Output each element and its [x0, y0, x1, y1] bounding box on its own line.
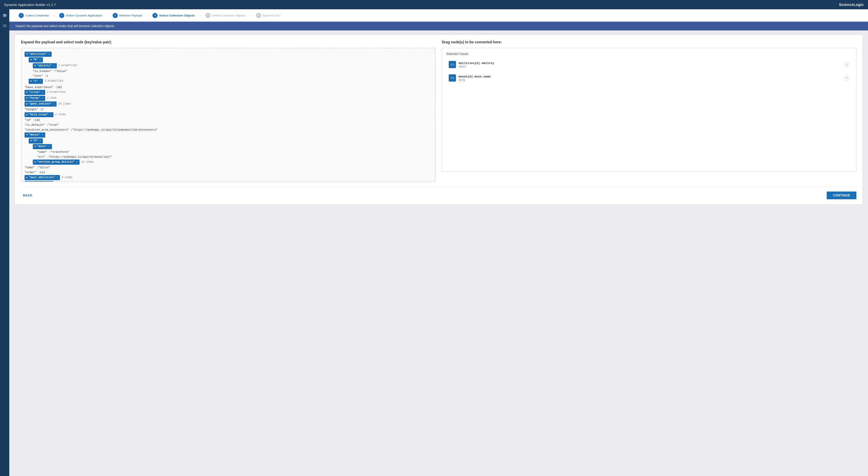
game-indices-items: 20 items: [58, 102, 71, 105]
banner-text: Inspect the payload and select nodes tha…: [16, 24, 114, 28]
step-select-collection-objects[interactable]: ✓ Select Collection Objects: [148, 9, 199, 22]
ability-label: "ability" :: [37, 64, 55, 68]
cries-label: "cries" :: [29, 90, 43, 95]
right-panel: Drag node(s) to be converted here: Selec…: [442, 40, 857, 182]
continue-button[interactable]: CONTINUE: [827, 192, 857, 199]
step-sep-4: ›: [199, 13, 201, 18]
abilities-1-badge[interactable]: ▶ "1" :: [29, 79, 43, 84]
moves-badge[interactable]: ▼ "moves" :: [25, 132, 45, 138]
past-abilities-node[interactable]: ▶ "past_abilities" : 0 items: [25, 175, 432, 181]
card-layout: Expand the payload and select node (key/…: [21, 40, 857, 182]
held-items-node[interactable]: ▶ "held_items" : 2 items: [25, 112, 432, 118]
move-badge[interactable]: ▼ "move" :: [33, 144, 52, 149]
item-icon-1: [449, 74, 456, 81]
item-path-0: abilities[0].ability: [459, 62, 842, 65]
past-types-label: "past_types" :: [29, 181, 52, 182]
slot-text: "slot" :1: [33, 74, 48, 77]
item-path-1: moves[0].move.name: [459, 75, 842, 78]
moves-node[interactable]: ▼ "moves" :: [25, 132, 432, 138]
ability-badge[interactable]: ▶ "ability" :: [33, 63, 57, 68]
abilities-node[interactable]: ▼ "abilities" :: [25, 52, 432, 57]
forms-items: 1 item: [47, 97, 56, 99]
version-group-arrow: ▶: [35, 160, 36, 164]
move-label: "move" :: [37, 144, 50, 149]
forms-node[interactable]: ▶ "forms" : 1 item: [25, 96, 432, 101]
json-tree-container[interactable]: ▼ "abilities" : ▼ "0" :: [21, 48, 436, 182]
step-collect-credential[interactable]: ✓ Collect Credential: [14, 9, 53, 22]
topbar: Dynamic Application Builder v1.1.7 Scien…: [0, 0, 868, 9]
selected-item-1: moves[0].move.name string ×: [446, 72, 852, 83]
back-button[interactable]: BACK: [21, 192, 35, 199]
item-info-1: moves[0].move.name string: [459, 75, 842, 81]
past-abilities-badge[interactable]: ▶ "past_abilities" :: [25, 175, 60, 180]
step-define-dynamic-application[interactable]: ✓ Define Dynamic Application: [55, 9, 106, 22]
step-circle-select-collection-objects: ✓: [152, 13, 158, 18]
abilities-0-node[interactable]: ▼ "0" :: [25, 57, 432, 63]
height-node: "height" :3: [25, 107, 432, 112]
version-group-label: "version_group_details" :: [37, 160, 78, 164]
list-menu-icon[interactable]: [2, 23, 8, 29]
moves-0-badge[interactable]: ▼ "0" :: [29, 138, 43, 143]
order-node: "order" :214: [25, 170, 432, 175]
item-close-1[interactable]: ×: [844, 75, 849, 80]
abilities-1-node[interactable]: ▶ "1" : 3 properties: [25, 78, 432, 84]
moves-0-node[interactable]: ▼ "0" :: [25, 138, 432, 144]
item-info-0: abilities[0].ability object: [459, 62, 842, 68]
move-url-text: "url" :"https://pokeapi.co/api/v2/move/1…: [37, 156, 112, 159]
moves-arrow: ▼: [26, 133, 28, 137]
version-group-node[interactable]: ▶ "version_group_details" : 22 items: [25, 160, 432, 166]
selected-item-0: abilities[0].ability object ×: [446, 59, 852, 70]
version-group-badge[interactable]: ▶ "version_group_details" :: [33, 160, 80, 165]
past-types-badge[interactable]: ▶ "past_types" :: [25, 181, 54, 182]
past-abilities-label: "past_abilities" :: [29, 175, 58, 180]
held-items-arrow: ▶: [26, 113, 28, 117]
item-close-0[interactable]: ×: [844, 62, 849, 67]
abilities-label: "abilities" :: [29, 52, 50, 57]
step-label-define-dynamic-application: Define Dynamic Application: [66, 14, 102, 17]
forms-badge[interactable]: ▶ "forms" :: [25, 96, 45, 101]
step-retrieve-payload[interactable]: ✓ Retrieve Payload: [108, 9, 146, 22]
left-panel: Expand the payload and select node (key/…: [21, 40, 436, 182]
game-indices-badge[interactable]: ▶ "game_indices" :: [25, 101, 57, 107]
item-type-0: object: [459, 65, 842, 68]
step-label-define-collection-objects: Define Collection Objects: [212, 14, 245, 17]
name-text: "name" :"ditto": [25, 166, 50, 169]
step-export-to-sl1: ● Export to SL1: [252, 9, 285, 22]
past-types-node[interactable]: ▶ "past_types" : 0 items: [25, 181, 432, 182]
held-items-items: 2 items: [55, 113, 66, 116]
game-indices-node[interactable]: ▶ "game_indices" : 20 items: [25, 101, 432, 107]
footer-buttons: BACK CONTINUE: [21, 187, 857, 199]
cries-arrow: ▶: [26, 90, 28, 94]
game-indices-label: "game_indices" :: [29, 102, 55, 106]
step-sep-2: ›: [106, 13, 108, 18]
step-sep-5: ›: [250, 13, 252, 18]
step-label-retrieve-payload: Retrieve Payload: [119, 14, 142, 17]
cries-badge[interactable]: ▶ "cries" :: [25, 90, 45, 95]
held-items-badge[interactable]: ▶ "held_items" :: [25, 112, 54, 117]
selected-values-label: Selected Values: [446, 52, 852, 56]
step-label-collect-credential: Collect Credential: [25, 14, 49, 17]
game-indices-arrow: ▶: [26, 102, 28, 106]
step-circle-export-to-sl1: ●: [256, 13, 261, 18]
moves-0-arrow: ▼: [30, 139, 32, 143]
abilities-badge[interactable]: ▼ "abilities" :: [25, 52, 52, 57]
abilities-0-badge[interactable]: ▼ "0" :: [29, 57, 43, 63]
ability-node[interactable]: ▶ "ability" : 2 properties: [25, 63, 432, 69]
forms-label: "forms" :: [29, 96, 43, 101]
id-node: "id" :132: [25, 118, 432, 123]
abilities-1-label: "1" :: [33, 79, 41, 83]
white-card: Expand the payload and select node (key/…: [14, 35, 863, 205]
graduation-cap-icon[interactable]: [2, 12, 8, 19]
drop-zone[interactable]: Selected Values abilities[0].ability obj…: [442, 48, 857, 172]
abilities-0-label: "0" :: [33, 58, 41, 62]
move-node[interactable]: ▼ "move" :: [25, 144, 432, 150]
cries-node[interactable]: ▶ "cries" : 2 properties: [25, 90, 432, 96]
main-area: ✓ Collect Credential › ✓ Define Dynamic …: [9, 9, 868, 209]
page-container: Expand the payload and select node (key/…: [9, 30, 868, 209]
moves-0-label: "0" :: [33, 139, 41, 143]
abilities-1-arrow: ▶: [30, 79, 32, 83]
step-label-select-collection-objects: Select Collection Objects: [159, 14, 195, 17]
location-area-text: "location_area_encounters" :"https://pok…: [25, 128, 158, 131]
ability-props: 2 properties: [58, 64, 77, 67]
past-types-arrow: ▶: [26, 181, 28, 182]
